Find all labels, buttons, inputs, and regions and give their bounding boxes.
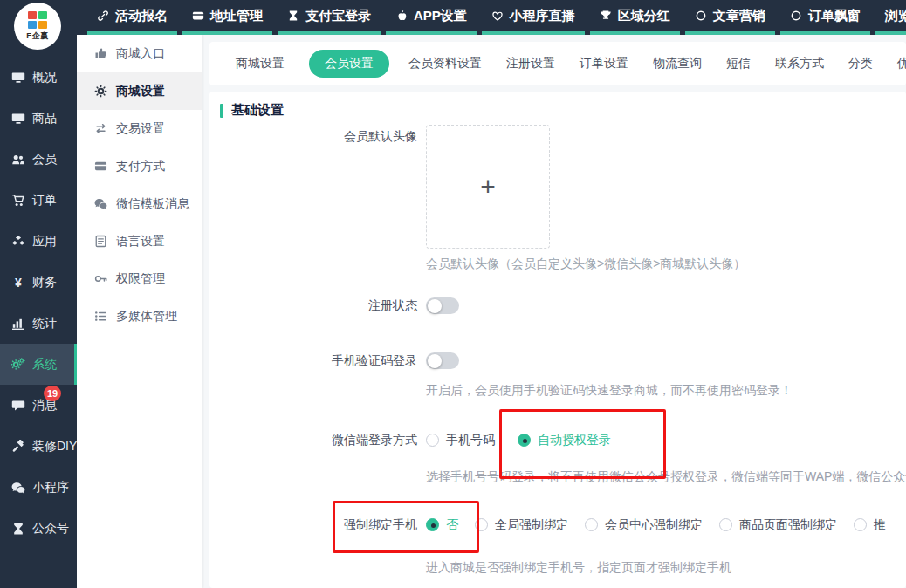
secondary-sidebar: 商城入口 商城设置 交易设置 支付方式 微信模板消息 语言设置 权限管理 多媒体… [77, 35, 202, 588]
sidebar-item[interactable]: 系统 [0, 344, 77, 385]
topbar-menu-item[interactable]: 活动报名 [87, 0, 177, 35]
radio-label: 全局强制绑定 [495, 517, 568, 533]
sidebar-item-label: 小程序 [32, 480, 69, 496]
register-status-toggle[interactable] [426, 297, 459, 314]
sidebar-item[interactable]: ¥ 财务 [0, 262, 77, 303]
topbar-menu-item[interactable]: 支付宝登录 [278, 0, 381, 35]
tab[interactable]: 优惠券 [897, 50, 906, 78]
tab[interactable]: 会员设置 [309, 50, 389, 78]
content-card: 基础设置 会员默认头像 + 会员默认头像（会员自定义头像>微信头像>商城默认头像… [209, 92, 906, 588]
gear-icon [93, 85, 107, 98]
key-icon [93, 272, 107, 285]
radio-label: 否 [446, 517, 458, 533]
radio-label: 商品页面强制绑定 [739, 517, 837, 533]
link-icon [97, 10, 109, 22]
sidebar-item[interactable]: 公众号 [0, 508, 77, 549]
submenu-item[interactable]: 微信模板消息 [77, 185, 202, 222]
exchange-icon [93, 122, 107, 135]
wechat-icon [11, 481, 25, 495]
sidebar-item-label: 装修DIY [32, 439, 77, 455]
topbar-menu-item[interactable]: 浏览轨迹 [875, 0, 906, 35]
topbar-menu-item[interactable]: 地址管理 [182, 0, 272, 35]
sidebar-item-label: 订单 [32, 193, 57, 209]
sidebar-item[interactable]: 装修DIY [0, 426, 77, 467]
topbar-menu-item[interactable]: 小程序直播 [482, 0, 585, 35]
app-logo[interactable]: E企赢 [14, 3, 61, 50]
gears-icon [11, 358, 25, 372]
tab[interactable]: 会员资料设置 [408, 50, 482, 78]
field-label: 微信端登录方式 [209, 432, 417, 448]
cart-icon [11, 194, 25, 208]
radio-option[interactable]: 商品页面强制绑定 [719, 517, 837, 533]
phone-code-login-hint: 开启后，会员使用手机验证码快速登录商城，而不再使用密码登录！ [426, 383, 793, 399]
row-wechat-login-mode: 微信端登录方式 手机号码 自动授权登录 [209, 432, 906, 448]
apple-icon [395, 10, 408, 22]
submenu-item[interactable]: 商城入口 [77, 35, 202, 72]
avatar-upload-box[interactable]: + [426, 125, 550, 249]
submenu-item[interactable]: 语言设置 [77, 222, 202, 260]
tab[interactable]: 商城设置 [236, 50, 285, 78]
submenu-item[interactable]: 商城设置 [77, 72, 202, 110]
tab[interactable]: 订单设置 [580, 50, 628, 78]
sidebar-item[interactable]: 订单 [0, 180, 77, 221]
topbar-menu-item[interactable]: 文章营销 [685, 0, 775, 35]
submenu-item[interactable]: 交易设置 [77, 110, 202, 147]
sidebar-item-label: 公众号 [32, 521, 69, 537]
sidebar-item[interactable]: 商品 [0, 98, 77, 139]
submenu-item[interactable]: 支付方式 [77, 147, 202, 185]
field-label: 强制绑定手机 [209, 516, 417, 533]
topbar-menu-item[interactable]: APP设置 [386, 0, 477, 35]
logo-mark-icon [28, 11, 47, 29]
radio-option[interactable]: 自动授权登录 [518, 433, 611, 448]
toggle-knob-icon [428, 354, 442, 368]
radio-option[interactable]: 全局强制绑定 [475, 517, 568, 533]
tab[interactable]: 分类 [848, 50, 873, 78]
tab[interactable]: 物流查询 [653, 50, 702, 78]
gavel-icon [11, 440, 25, 454]
sidebar-item[interactable]: 应用 [0, 221, 77, 262]
radio-label: 自动授权登录 [538, 433, 611, 448]
trophy-icon [600, 10, 612, 22]
force-bind-phone-hint: 进入商城是否强制绑定手机号，指定页面才强制绑定手机 [426, 560, 731, 576]
radio-option[interactable]: 会员中心强制绑定 [585, 517, 703, 533]
logo-text: E企赢 [26, 31, 49, 42]
sidebar-item[interactable]: 统计 [0, 303, 77, 344]
radio-option[interactable]: 手机号码 [426, 433, 495, 448]
language-icon [93, 235, 107, 248]
radio-label: 推 [874, 517, 886, 533]
field-label: 手机验证码登录 [209, 352, 417, 369]
desktop-icon [11, 71, 25, 85]
submenu-item-label: 交易设置 [116, 121, 165, 137]
sidebar-item[interactable]: 概况 [0, 57, 77, 98]
sidebar-item[interactable]: 会员 [0, 139, 77, 180]
submenu-item-label: 权限管理 [116, 271, 165, 287]
radio-icon [719, 518, 732, 531]
radio-icon [426, 434, 439, 447]
tab[interactable]: 短信 [726, 50, 751, 78]
topbar-menu-item-label: 小程序直播 [510, 8, 575, 24]
tab[interactable]: 联系方式 [775, 50, 824, 78]
submenu-item-label: 商城设置 [116, 84, 165, 99]
sidebar-item[interactable]: 消息 19 [0, 385, 77, 426]
submenu-item[interactable]: 多媒体管理 [77, 297, 202, 335]
radio-option[interactable]: 否 [426, 517, 458, 533]
submenu-item[interactable]: 权限管理 [77, 260, 202, 297]
sidebar-item[interactable]: 小程序 [0, 467, 77, 508]
radio-icon [518, 434, 531, 447]
tab[interactable]: 注册设置 [506, 50, 555, 78]
toggle-knob-icon [428, 299, 442, 313]
topbar-menu-item-label: APP设置 [414, 8, 467, 24]
section-header: 基础设置 [220, 102, 284, 119]
topbar-menu-item[interactable]: 区域分红 [590, 0, 680, 35]
sidebar-item-label: 概况 [32, 70, 57, 85]
topbar-menu-item-label: 浏览轨迹 [885, 8, 906, 24]
sidebar-item-label: 应用 [32, 234, 57, 250]
topbar-menu-item-label: 文章营销 [713, 8, 765, 24]
wechat-login-mode-hint: 选择手机号号码登录，将不再使用微信公众号授权登录，微信端等同于WAP端，微信公众… [426, 469, 906, 485]
radio-option[interactable]: 推 [854, 517, 886, 533]
sidebar-item-label: 统计 [32, 316, 57, 332]
topbar-menu-item[interactable]: 订单飘窗 [780, 0, 870, 35]
submenu-item-label: 支付方式 [116, 159, 165, 174]
section-accent-bar [220, 104, 223, 118]
phone-code-login-toggle[interactable] [426, 352, 459, 369]
